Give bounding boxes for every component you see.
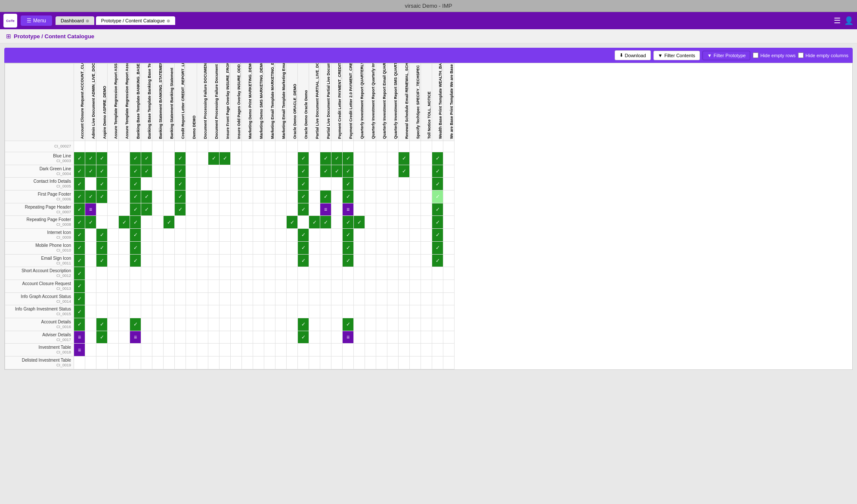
cell-r8-c14[interactable] bbox=[231, 241, 242, 254]
cell-r4-c30[interactable] bbox=[410, 191, 421, 203]
cell-r10-c7[interactable] bbox=[152, 267, 164, 280]
cell-r8-c26[interactable] bbox=[365, 241, 376, 254]
hide-empty-columns-toggle[interactable]: Hide empty columns bbox=[798, 52, 848, 58]
cell-r2-c15[interactable] bbox=[242, 165, 253, 178]
cell-r17-c29[interactable] bbox=[399, 356, 410, 369]
cell-r10-c29[interactable] bbox=[399, 267, 410, 280]
cell-r6-c3[interactable] bbox=[108, 216, 119, 229]
cell-r12-c8[interactable] bbox=[164, 292, 175, 305]
cell-r12-c2[interactable] bbox=[96, 292, 108, 305]
cell-r3-c10[interactable] bbox=[186, 178, 197, 191]
cell-r10-c23[interactable] bbox=[331, 267, 343, 280]
cell-r13-c9[interactable] bbox=[175, 305, 186, 318]
cell-r13-c0[interactable]: ✓ bbox=[74, 305, 85, 318]
cell-r2-c30[interactable] bbox=[410, 165, 421, 178]
cell-r7-c11[interactable] bbox=[197, 229, 208, 242]
cell-r13-c20[interactable] bbox=[298, 305, 309, 318]
cell-r11-c16[interactable] bbox=[253, 280, 264, 292]
cell-r3-c4[interactable] bbox=[119, 178, 130, 191]
cell-r10-c28[interactable] bbox=[387, 267, 399, 280]
cell-r8-c9[interactable] bbox=[175, 241, 186, 254]
cell-r12-c30[interactable] bbox=[410, 292, 421, 305]
cell-r5-c18[interactable] bbox=[275, 203, 287, 216]
cell-r5-c15[interactable] bbox=[242, 203, 253, 216]
cell-r2-c27[interactable] bbox=[376, 165, 387, 178]
cell-r2-c12[interactable] bbox=[208, 165, 220, 178]
cell-r12-c16[interactable] bbox=[253, 292, 264, 305]
cell-r7-c2[interactable]: ✓ bbox=[96, 229, 108, 242]
cell-r11-c12[interactable] bbox=[208, 280, 220, 292]
cell-r11-c27[interactable] bbox=[376, 280, 387, 292]
cell-r3-c7[interactable] bbox=[152, 178, 164, 191]
cell-r14-c26[interactable] bbox=[365, 318, 376, 331]
cell-r10-c12[interactable] bbox=[208, 267, 220, 280]
cell-r4-c24[interactable]: ✓ bbox=[343, 191, 354, 203]
cell-r7-c26[interactable] bbox=[365, 229, 376, 242]
cell-r5-c5[interactable]: ✓ bbox=[130, 203, 141, 216]
cell-r5-c11[interactable] bbox=[197, 203, 208, 216]
cell-r14-c16[interactable] bbox=[253, 318, 264, 331]
cell-r10-c27[interactable] bbox=[376, 267, 387, 280]
cell-r1-c30[interactable] bbox=[410, 152, 421, 165]
cell-r1-c18[interactable] bbox=[275, 152, 287, 165]
cell-r7-c1[interactable] bbox=[85, 229, 96, 242]
cell-r1-c3[interactable] bbox=[108, 152, 119, 165]
cell-r0-c27[interactable] bbox=[376, 141, 387, 152]
cell-r12-c3[interactable] bbox=[108, 292, 119, 305]
cell-r11-c10[interactable] bbox=[186, 280, 197, 292]
cell-r10-c21[interactable] bbox=[309, 267, 320, 280]
cell-r1-c27[interactable] bbox=[376, 152, 387, 165]
cell-r9-c30[interactable] bbox=[410, 254, 421, 267]
cell-r14-c22[interactable] bbox=[320, 318, 331, 331]
cell-r6-c18[interactable] bbox=[275, 216, 287, 229]
cell-r6-c27[interactable] bbox=[376, 216, 387, 229]
cell-r11-c13[interactable] bbox=[220, 280, 231, 292]
cell-r0-c29[interactable] bbox=[399, 141, 410, 152]
cell-r7-c3[interactable] bbox=[108, 229, 119, 242]
cell-r7-c25[interactable] bbox=[354, 229, 365, 242]
cell-r3-c20[interactable]: ✓ bbox=[298, 178, 309, 191]
cell-r16-c9[interactable] bbox=[175, 344, 186, 356]
content-table-wrapper[interactable]: Account Closure Request ACCOUNT_CLOSURE_… bbox=[4, 63, 853, 370]
cell-r10-c2[interactable] bbox=[96, 267, 108, 280]
cell-r5-c1[interactable]: ≡ bbox=[85, 203, 96, 216]
cell-r9-c16[interactable] bbox=[253, 254, 264, 267]
cell-r14-c10[interactable] bbox=[186, 318, 197, 331]
cell-r9-c6[interactable] bbox=[141, 254, 152, 267]
cell-r5-c32[interactable]: ✓ bbox=[432, 203, 443, 216]
cell-r3-c32[interactable]: ✓ bbox=[432, 178, 443, 191]
cell-r13-c31[interactable] bbox=[421, 305, 432, 318]
cell-r8-c24[interactable]: ✓ bbox=[343, 241, 354, 254]
cell-r12-c0[interactable]: ✓ bbox=[74, 292, 85, 305]
cell-r5-c31[interactable] bbox=[421, 203, 432, 216]
cell-r15-c7[interactable] bbox=[152, 331, 164, 344]
cell-r11-c14[interactable] bbox=[231, 280, 242, 292]
hide-empty-rows-checkbox[interactable] bbox=[753, 52, 758, 58]
cell-r15-c33[interactable] bbox=[443, 331, 455, 344]
cell-r13-c2[interactable] bbox=[96, 305, 108, 318]
cell-r10-c0[interactable]: ✓ bbox=[74, 267, 85, 280]
cell-r13-c22[interactable] bbox=[320, 305, 331, 318]
menu-button[interactable]: ☰ Menu bbox=[21, 15, 52, 26]
cell-r11-c26[interactable] bbox=[365, 280, 376, 292]
cell-r1-c15[interactable] bbox=[242, 152, 253, 165]
cell-r8-c0[interactable]: ✓ bbox=[74, 241, 85, 254]
cell-r4-c13[interactable] bbox=[220, 191, 231, 203]
cell-r9-c28[interactable] bbox=[387, 254, 399, 267]
cell-r0-c14[interactable] bbox=[231, 141, 242, 152]
cell-r1-c23[interactable]: ✓ bbox=[331, 152, 343, 165]
cell-r9-c8[interactable] bbox=[164, 254, 175, 267]
cell-r4-c10[interactable] bbox=[186, 191, 197, 203]
cell-r8-c1[interactable] bbox=[85, 241, 96, 254]
cell-r4-c25[interactable] bbox=[354, 191, 365, 203]
cell-r8-c16[interactable] bbox=[253, 241, 264, 254]
cell-r17-c8[interactable] bbox=[164, 356, 175, 369]
cell-r17-c9[interactable] bbox=[175, 356, 186, 369]
cell-r16-c15[interactable] bbox=[242, 344, 253, 356]
cell-r11-c5[interactable] bbox=[130, 280, 141, 292]
cell-r15-c30[interactable] bbox=[410, 331, 421, 344]
cell-r4-c32[interactable]: ✓ bbox=[432, 191, 443, 203]
cell-r13-c23[interactable] bbox=[331, 305, 343, 318]
cell-r13-c21[interactable] bbox=[309, 305, 320, 318]
cell-r5-c2[interactable] bbox=[96, 203, 108, 216]
